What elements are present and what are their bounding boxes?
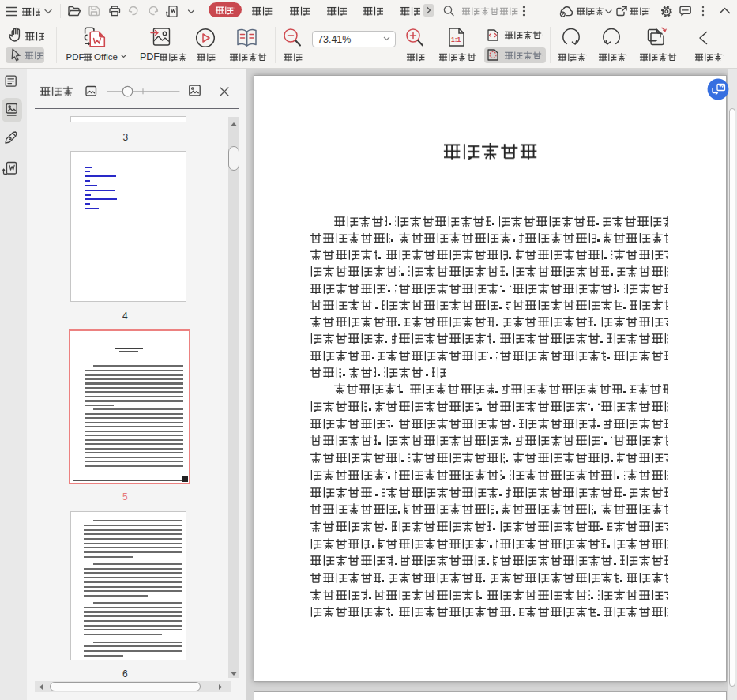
- svg-text:1:1: 1:1: [451, 36, 461, 43]
